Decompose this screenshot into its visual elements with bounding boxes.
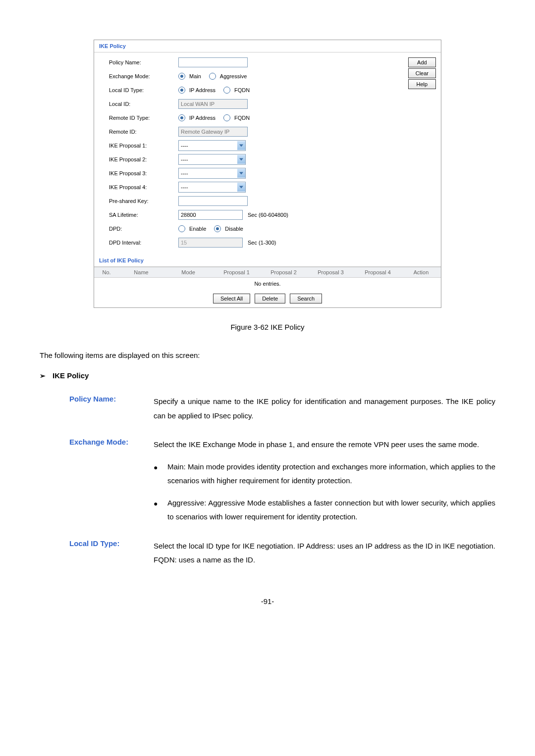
th-no: No. [94,269,119,275]
figure-caption: Figure 3-62 IKE Policy [40,323,495,331]
select-value-3: ---- [181,170,188,176]
label-sa-lifetime: SA Lifetime: [109,212,178,218]
th-p4: Proposal 4 [354,269,401,275]
delete-button[interactable]: Delete [255,294,285,303]
section-title-list: List of IKE Policy [94,254,441,267]
input-dpd-interval [178,238,243,248]
label-remote-id: Remote ID: [109,129,178,135]
select-ike-proposal-2[interactable]: ---- [178,154,246,165]
input-local-id [178,99,248,109]
radio-remote-fqdn[interactable] [223,114,230,121]
section-title-ike-policy: IKE Policy [94,40,441,52]
radio-label-main: Main [189,73,201,79]
radio-local-ip[interactable] [178,87,185,94]
th-p3: Proposal 3 [307,269,354,275]
radio-label-local-fqdn: FQDN [234,87,250,93]
th-p2: Proposal 2 [260,269,307,275]
select-value-4: ---- [181,184,188,190]
intro-text: The following items are displayed on thi… [40,351,495,359]
search-button[interactable]: Search [290,294,322,303]
radio-exchange-aggressive[interactable] [209,73,216,80]
help-button[interactable]: Help [408,79,436,89]
def-desc-exchange-mode-text: Select the IKE Exchange Mode in phase 1,… [154,440,479,449]
th-p1: Proposal 1 [213,269,260,275]
triangle-bullet-icon: ➢ [40,372,46,380]
label-local-id-type: Local ID Type: [109,87,178,93]
radio-label-aggressive: Aggressive [220,73,247,79]
th-name: Name [119,269,163,275]
label-remote-id-type: Remote ID Type: [109,115,178,121]
select-value-1: ---- [181,143,188,149]
label-ike-proposal-2: IKE Proposal 2: [109,156,178,162]
radio-exchange-main[interactable] [178,73,185,80]
radio-dpd-disable[interactable] [214,225,221,232]
select-all-button[interactable]: Select All [213,294,250,303]
input-sa-lifetime[interactable] [178,210,243,220]
label-ike-proposal-4: IKE Proposal 4: [109,184,178,190]
def-desc-local-id-type: Select the local ID type for IKE negotia… [154,539,495,567]
input-policy-name[interactable] [178,57,248,67]
table-header-row: No. Name Mode Proposal 1 Proposal 2 Prop… [94,267,441,277]
bullet-dot-icon: ● [154,460,167,488]
chevron-down-icon [237,169,245,178]
def-desc-policy-name: Specify a unique name to the IKE policy … [154,395,495,423]
select-ike-proposal-1[interactable]: ---- [178,140,246,151]
input-remote-id [178,127,248,137]
def-desc-exchange-mode: Select the IKE Exchange Mode in phase 1,… [154,438,495,524]
suffix-sa-lifetime: Sec (60-604800) [248,212,288,218]
label-dpd-interval: DPD Interval: [109,240,178,246]
suffix-dpd-interval: Sec (1-300) [248,240,276,246]
bullet-aggressive-text: Aggressive: Aggressive Mode establishes … [167,496,495,524]
radio-remote-ip[interactable] [178,114,185,121]
label-ike-proposal-3: IKE Proposal 3: [109,170,178,176]
label-policy-name: Policy Name: [109,59,178,65]
chevron-down-icon [237,141,245,150]
page-number: -91- [40,597,495,605]
def-term-local-id-type: Local ID Type: [69,539,154,567]
radio-label-dpd-enable: Enable [189,226,206,232]
chevron-down-icon [237,155,245,164]
select-value-2: ---- [181,156,188,162]
def-term-exchange-mode: Exchange Mode: [69,438,154,524]
chevron-down-icon [237,183,245,192]
radio-label-local-ip: IP Address [189,87,215,93]
def-term-policy-name: Policy Name: [69,395,154,423]
section-heading: ➢ IKE Policy [40,371,495,380]
label-local-id: Local ID: [109,101,178,107]
clear-button[interactable]: Clear [408,68,436,78]
no-entries-text: No entries. [94,277,441,290]
th-action: Action [401,269,441,275]
label-exchange-mode: Exchange Mode: [109,73,178,79]
radio-label-remote-fqdn: FQDN [234,115,250,121]
select-ike-proposal-4[interactable]: ---- [178,182,246,193]
bullet-dot-icon: ● [154,496,167,524]
ike-policy-screenshot: IKE Policy Policy Name: Exchange Mode: M… [94,40,441,308]
label-preshared-key: Pre-shared Key: [109,198,178,204]
add-button[interactable]: Add [408,57,436,67]
select-ike-proposal-3[interactable]: ---- [178,168,246,179]
radio-label-remote-ip: IP Address [189,115,215,121]
th-mode: Mode [163,269,213,275]
input-preshared-key[interactable] [178,196,248,206]
label-ike-proposal-1: IKE Proposal 1: [109,143,178,149]
section-heading-text: IKE Policy [53,371,89,380]
radio-local-fqdn[interactable] [223,87,230,94]
bullet-main-text: Main: Main mode provides identity protec… [167,460,495,488]
label-dpd: DPD: [109,226,178,232]
radio-dpd-enable[interactable] [178,225,185,232]
radio-label-dpd-disable: Disable [225,226,243,232]
